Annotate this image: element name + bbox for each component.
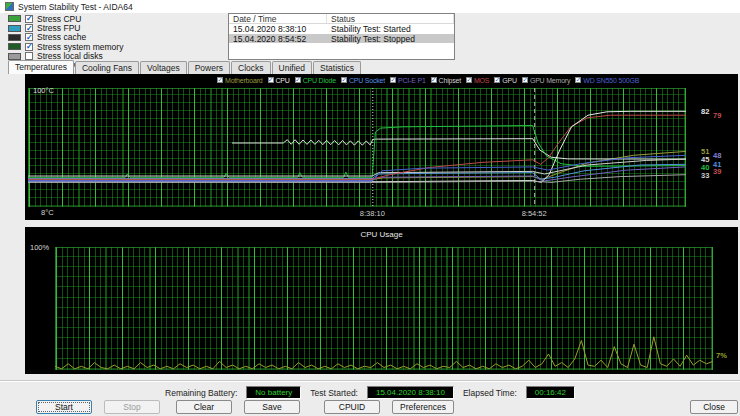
legend-checkbox[interactable]: [268, 77, 274, 83]
legend-checkbox[interactable]: [295, 77, 301, 83]
series-mos: [28, 115, 686, 179]
cpu-usage-chart: [55, 247, 713, 370]
legend-item[interactable]: PCI-E P1: [390, 77, 426, 84]
tab-unified[interactable]: Unified: [272, 61, 312, 74]
legend-label: GPU: [502, 77, 517, 84]
fpu-icon: [8, 25, 21, 32]
series-cpu-diode: [28, 126, 686, 178]
title-bar: System Stability Test - AIDA64: [0, 0, 740, 13]
start-button[interactable]: Start: [36, 400, 92, 414]
legend-label: MOS: [474, 77, 489, 84]
stress-option-memory[interactable]: Stress system memory: [8, 42, 213, 51]
series-cpu-usage: [55, 337, 713, 369]
legend-label: CPU Diode: [303, 77, 336, 84]
preferences-button[interactable]: Preferences: [392, 400, 454, 414]
series-gpu: [28, 111, 686, 182]
legend-checkbox[interactable]: [431, 77, 437, 83]
legend-label: GPU Memory: [530, 77, 570, 84]
status-bar: Remaining Battery: No battery Test Start…: [0, 386, 740, 399]
cpu-usage-chart-panel: CPU Usage 100% 7%: [25, 227, 738, 374]
series-end-value: 39: [713, 167, 721, 176]
y-axis-min-label: 8°C: [41, 208, 54, 217]
window-title: System Stability Test - AIDA64: [18, 2, 133, 12]
cpu-icon: [8, 15, 21, 22]
legend-item[interactable]: CPU Socket: [341, 77, 385, 84]
legend-item[interactable]: WD SN550 500GB: [575, 77, 639, 84]
app-icon: [5, 2, 14, 11]
column-header-datetime[interactable]: Date / Time: [229, 14, 327, 23]
stress-memory-checkbox[interactable]: [25, 43, 33, 51]
stress-option-cpu[interactable]: Stress CPU: [8, 14, 213, 23]
series-end-value: 82: [701, 107, 709, 116]
stress-option-fpu[interactable]: Stress FPU: [8, 23, 213, 32]
legend-checkbox[interactable]: [494, 77, 500, 83]
legend-label: Motherboard: [225, 77, 263, 84]
cell-datetime: 15.04.2020 8:38:10: [229, 24, 327, 34]
legend-item[interactable]: GPU Memory: [522, 77, 570, 84]
legend-checkbox[interactable]: [522, 77, 528, 83]
tab-voltages[interactable]: Voltages: [140, 61, 187, 74]
clear-button[interactable]: Clear: [176, 400, 232, 414]
cell-status: Stability Test: Stopped: [327, 34, 454, 44]
legend-label: PCI-E P1: [398, 77, 426, 84]
legend-item[interactable]: MOS: [466, 77, 489, 84]
legend-item[interactable]: GPU: [494, 77, 517, 84]
elapsed-time-value: 00:16:42: [526, 386, 575, 399]
save-button[interactable]: Save: [244, 400, 300, 414]
series-end-value: 79: [713, 111, 721, 120]
legend-checkbox[interactable]: [390, 77, 396, 83]
tab-statistics[interactable]: Statistics: [313, 61, 361, 74]
legend-checkbox[interactable]: [575, 77, 581, 83]
legend-item[interactable]: CPU Diode: [295, 77, 336, 84]
temperature-chart-panel: MotherboardCPUCPU DiodeCPU SocketPCI-E P…: [25, 74, 738, 220]
legend-item[interactable]: CPU: [268, 77, 290, 84]
legend-label: Chipset: [439, 77, 461, 84]
table-row[interactable]: 15.04.2020 8:38:10 Stability Test: Start…: [229, 24, 454, 34]
battery-value: No battery: [246, 386, 301, 399]
legend-item[interactable]: Chipset: [431, 77, 461, 84]
battery-label: Remaining Battery:: [165, 388, 237, 398]
table-header: Date / Time Status: [229, 14, 454, 24]
legend-checkbox[interactable]: [217, 77, 223, 83]
cell-datetime: 15.04.2020 8:54:52: [229, 34, 327, 44]
y-axis-max-label: 100°C: [33, 86, 54, 95]
close-button[interactable]: Close: [690, 400, 738, 414]
cpuid-button[interactable]: CPUID: [324, 400, 380, 414]
disk-icon: [8, 53, 21, 60]
series-end-value: 48: [713, 151, 721, 160]
legend-label: CPU Socket: [349, 77, 385, 84]
temperature-chart: [28, 88, 686, 207]
cell-status: Stability Test: Started: [327, 24, 454, 34]
legend-item[interactable]: Motherboard: [217, 77, 263, 84]
tab-clocks[interactable]: Clocks: [231, 61, 271, 74]
cpu-usage-title: CPU Usage: [25, 230, 738, 239]
test-started-value: 15.04.2020 8:38:10: [367, 386, 454, 399]
y-axis-max-label: 100%: [30, 243, 49, 252]
test-started-label: Test Started:: [310, 388, 358, 398]
cache-icon: [8, 34, 21, 41]
cpu-usage-current-value: 7%: [716, 351, 727, 360]
tab-cooling-fans[interactable]: Cooling Fans: [75, 61, 139, 74]
series-end-value: 33: [701, 171, 709, 180]
memory-icon: [8, 43, 21, 50]
tab-strip: Temperatures Cooling Fans Voltages Power…: [8, 61, 362, 74]
tab-powers[interactable]: Powers: [188, 61, 230, 74]
legend-checkbox[interactable]: [341, 77, 347, 83]
stress-option-cache[interactable]: Stress cache: [8, 33, 213, 42]
stress-cache-checkbox[interactable]: [25, 33, 33, 41]
table-row[interactable]: 15.04.2020 8:54:52 Stability Test: Stopp…: [229, 34, 454, 44]
stress-cpu-checkbox[interactable]: [25, 15, 33, 23]
series-cpu: [232, 139, 686, 159]
chart-legend: MotherboardCPUCPU DiodeCPU SocketPCI-E P…: [217, 75, 639, 85]
x-axis-tick-label: 8:54:52: [522, 209, 547, 218]
event-log-table: Date / Time Status 15.04.2020 8:38:10 St…: [228, 13, 455, 60]
legend-checkbox[interactable]: [466, 77, 472, 83]
column-header-status[interactable]: Status: [327, 14, 454, 23]
stress-fpu-checkbox[interactable]: [25, 24, 33, 32]
legend-label: CPU: [276, 77, 290, 84]
series-chipset: [28, 159, 686, 176]
stop-button[interactable]: Stop: [104, 400, 160, 414]
tab-temperatures[interactable]: Temperatures: [8, 60, 74, 74]
separator: [0, 380, 740, 382]
legend-label: WD SN550 500GB: [583, 77, 639, 84]
